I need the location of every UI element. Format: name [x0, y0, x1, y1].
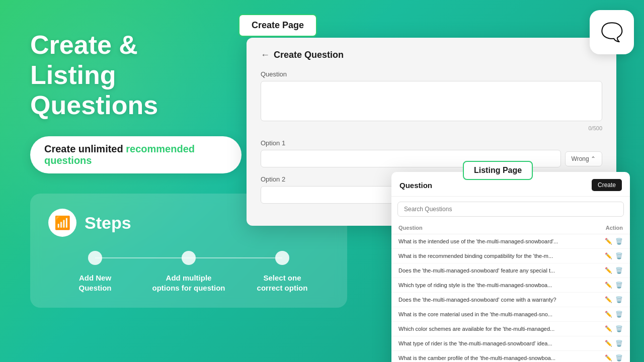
table-header-question: Question	[398, 225, 423, 231]
table-cell-actions: ✏️ 🗑️	[605, 282, 623, 289]
delete-icon[interactable]: 🗑️	[615, 267, 623, 274]
step-label-2: Add multipleoptions for question	[148, 273, 229, 293]
app-icon-glyph: 🗨️	[601, 22, 623, 43]
option1-status[interactable]: Wrong ⌃	[565, 151, 602, 166]
table-row[interactable]: Which type of riding style is the 'the-m…	[391, 278, 630, 293]
table-cell-actions: ✏️ 🗑️	[605, 354, 623, 361]
step-dot-2	[182, 251, 196, 265]
table-cell-question: What is the core material used in the 't…	[398, 311, 590, 317]
table-header: Question Action	[391, 222, 630, 234]
table-cell-question: Does the 'the-multi-managed-snowboard' f…	[398, 267, 590, 274]
table-row[interactable]: What is the recommended binding compatib…	[391, 249, 630, 263]
edit-icon[interactable]: ✏️	[605, 238, 612, 245]
create-page-tab-label: Create Page	[252, 20, 304, 30]
search-input[interactable]	[397, 202, 624, 217]
back-arrow[interactable]: ←	[261, 50, 270, 60]
step-label-3: Select onecorrect option	[253, 273, 312, 293]
table-row[interactable]: What is the camber profile of the 'the-m…	[391, 351, 630, 362]
step-dot-1	[88, 251, 102, 265]
delete-icon[interactable]: 🗑️	[615, 238, 623, 245]
question-textarea[interactable]	[261, 81, 602, 121]
table-cell-actions: ✏️ 🗑️	[605, 252, 623, 259]
table-cell-actions: ✏️ 🗑️	[605, 267, 623, 274]
delete-icon[interactable]: 🗑️	[615, 354, 623, 361]
edit-icon[interactable]: ✏️	[605, 296, 612, 303]
steps-icon-glyph: 📶	[54, 215, 70, 231]
listing-panel: Question Create Question Action What is …	[391, 172, 630, 362]
option1-label: Option 1	[261, 139, 602, 147]
table-cell-question: What is the camber profile of the 'the-m…	[398, 355, 590, 361]
delete-icon[interactable]: 🗑️	[615, 340, 623, 347]
tagline-normal: Create unlimited	[44, 143, 126, 154]
table-body: What is the intended use of the 'the-mul…	[391, 234, 630, 362]
create-page-tab[interactable]: Create Page	[238, 14, 317, 37]
table-cell-question: Does the 'the-multi-managed-snowboard' c…	[398, 297, 590, 303]
table-cell-question: What type of rider is the 'the-multi-man…	[398, 340, 590, 346]
question-label: Question	[261, 70, 602, 78]
table-cell-actions: ✏️ 🗑️	[605, 296, 623, 303]
listing-create-button[interactable]: Create	[592, 179, 622, 191]
tagline-text: Create unlimited recommended questions	[44, 143, 227, 166]
left-panel: Create &ListingQuestions Create unlimite…	[30, 30, 242, 308]
edit-icon[interactable]: ✏️	[605, 354, 612, 361]
delete-icon[interactable]: 🗑️	[615, 282, 623, 289]
connector-2	[189, 257, 282, 258]
table-row[interactable]: What type of rider is the 'the-multi-man…	[391, 336, 630, 351]
create-question-title: Create Question	[274, 50, 344, 60]
steps-flow: Add NewQuestion Add multipleoptions for …	[48, 251, 329, 293]
option1-status-label: Wrong ⌃	[572, 155, 596, 162]
edit-icon[interactable]: ✏️	[605, 282, 612, 289]
steps-title: Steps	[85, 213, 131, 233]
edit-icon[interactable]: ✏️	[605, 311, 612, 318]
table-cell-actions: ✏️ 🗑️	[605, 238, 623, 245]
edit-icon[interactable]: ✏️	[605, 252, 612, 259]
table-cell-question: What is the intended use of the 'the-mul…	[398, 238, 590, 244]
table-row[interactable]: Does the 'the-multi-managed-snowboard' f…	[391, 263, 630, 278]
table-cell-actions: ✏️ 🗑️	[605, 325, 623, 332]
table-cell-question: What is the recommended binding compatib…	[398, 253, 590, 259]
table-cell-question: Which type of riding style is the 'the-m…	[398, 282, 590, 288]
table-cell-actions: ✏️ 🗑️	[605, 311, 623, 318]
delete-icon[interactable]: 🗑️	[615, 296, 623, 303]
step-dot-3	[275, 251, 289, 265]
option1-row: Wrong ⌃	[261, 150, 602, 167]
connector-1	[95, 257, 189, 258]
listing-page-tab-label: Listing Page	[474, 166, 522, 174]
delete-icon[interactable]: 🗑️	[615, 325, 623, 332]
edit-icon[interactable]: ✏️	[605, 340, 612, 347]
option1-form-group: Option 1 Wrong ⌃	[261, 139, 602, 167]
table-row[interactable]: What is the core material used in the 't…	[391, 307, 630, 322]
page-title: Create &ListingQuestions	[30, 30, 242, 120]
app-icon: 🗨️	[590, 10, 634, 54]
create-panel-header: ← Create Question	[261, 50, 602, 60]
edit-icon[interactable]: ✏️	[605, 325, 612, 332]
steps-icon: 📶	[48, 209, 76, 237]
table-cell-actions: ✏️ 🗑️	[605, 340, 623, 347]
delete-icon[interactable]: 🗑️	[615, 311, 623, 318]
listing-page-tab[interactable]: Listing Page	[463, 161, 533, 180]
delete-icon[interactable]: 🗑️	[615, 252, 623, 259]
char-count: 0/500	[261, 125, 602, 131]
table-row[interactable]: What is the intended use of the 'the-mul…	[391, 234, 630, 249]
tagline-box: Create unlimited recommended questions	[30, 136, 242, 173]
step-label-1: Add NewQuestion	[74, 273, 115, 293]
table-row[interactable]: Which color schemes are available for th…	[391, 322, 630, 336]
edit-icon[interactable]: ✏️	[605, 267, 612, 274]
table-row[interactable]: Does the 'the-multi-managed-snowboard' c…	[391, 293, 630, 307]
listing-header-title: Question	[399, 181, 432, 190]
table-header-action: Action	[606, 225, 623, 231]
question-form-group: Question 0/500	[261, 70, 602, 131]
table-cell-question: Which color schemes are available for th…	[398, 326, 590, 332]
